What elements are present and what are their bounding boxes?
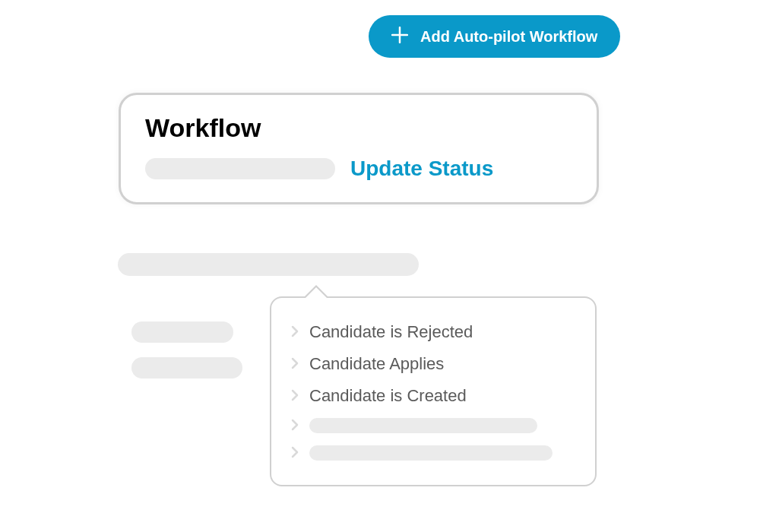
dropdown-item-placeholder[interactable] [291,439,575,467]
chevron-right-icon [291,418,299,433]
workflow-card: Workflow Update Status [119,93,599,204]
trigger-placeholder-bar[interactable] [118,253,419,276]
chevron-right-icon [291,356,299,372]
dropdown-item-label: Candidate is Rejected [309,322,473,342]
trigger-dropdown: Candidate is Rejected Candidate Applies … [270,296,597,486]
dropdown-item-created[interactable]: Candidate is Created [291,380,575,412]
update-status-link[interactable]: Update Status [350,157,493,181]
dropdown-item-label: Candidate Applies [309,354,444,374]
workflow-title: Workflow [145,113,572,143]
chevron-right-icon [291,445,299,461]
dropdown-placeholder [309,445,553,461]
dropdown-item-rejected[interactable]: Candidate is Rejected [291,316,575,348]
add-workflow-label: Add Auto-pilot Workflow [420,28,597,46]
workflow-placeholder [145,158,335,179]
add-workflow-button[interactable]: Add Auto-pilot Workflow [369,15,620,58]
plus-icon [391,26,408,47]
dropdown-item-placeholder[interactable] [291,412,575,439]
dropdown-item-applies[interactable]: Candidate Applies [291,348,575,380]
chevron-right-icon [291,325,299,340]
placeholder-bar-1 [131,321,233,343]
dropdown-placeholder [309,418,537,433]
chevron-right-icon [291,388,299,404]
placeholder-bar-2 [131,357,242,378]
dropdown-item-label: Candidate is Created [309,386,467,406]
